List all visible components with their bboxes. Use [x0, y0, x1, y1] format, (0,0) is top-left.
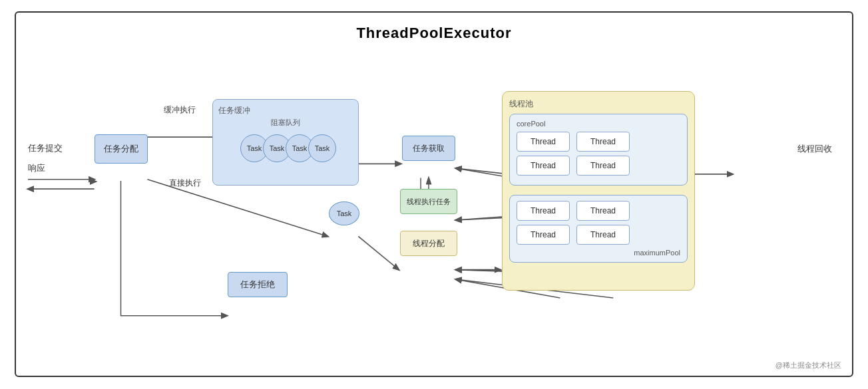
svg-line-5: [358, 237, 399, 270]
max-thread-row-2: Thread Thread: [517, 225, 680, 245]
max-thread-3: Thread: [517, 225, 570, 245]
core-thread-3: Thread: [517, 156, 570, 176]
core-thread-1: Thread: [517, 132, 570, 152]
thread-execute-box: 线程执行任务: [400, 189, 457, 214]
core-thread-row-2: Thread Thread: [517, 156, 680, 176]
core-thread-4: Thread: [576, 156, 630, 176]
task-reject-box: 任务拒绝: [228, 272, 288, 297]
core-pool-label: corePool: [517, 120, 680, 128]
core-thread-2: Thread: [576, 132, 630, 152]
task-buffer-area: 任务缓冲 阻塞队列 Task Task Task Task: [212, 99, 359, 186]
thread-recycle-label: 线程回收: [797, 143, 832, 155]
max-thread-1: Thread: [517, 201, 570, 221]
task-circle-4: Task: [308, 134, 336, 162]
blocking-queue-label: 阻塞队列: [218, 118, 353, 128]
max-pool-label: maximumPool: [517, 249, 680, 257]
max-thread-row-1: Thread Thread: [517, 201, 680, 221]
diagram-title: ThreadPoolExecutor: [16, 13, 852, 49]
buffer-execute-label: 缓冲执行: [164, 104, 196, 116]
task-standalone: Task: [329, 201, 359, 225]
max-thread-4: Thread: [576, 225, 630, 245]
thread-pool-outer: 线程池 corePool Thread Thread Thread Thread…: [502, 91, 695, 291]
buffer-label: 任务缓冲: [218, 105, 353, 116]
direct-execute-label: 直接执行: [169, 178, 201, 189]
max-thread-2: Thread: [576, 201, 630, 221]
max-pool-box: Thread Thread Thread Thread maximumPool: [509, 195, 688, 263]
watermark: @稀土掘金技术社区: [775, 360, 841, 370]
task-acquire-box: 任务获取: [402, 136, 455, 161]
main-container: ThreadPoolExecutor: [15, 11, 853, 377]
task-distribute-box: 任务分配: [95, 134, 148, 164]
thread-distribute-box: 线程分配: [400, 231, 457, 256]
pool-label: 线程池: [509, 98, 688, 110]
core-thread-row-1: Thread Thread: [517, 132, 680, 152]
response-label: 响应: [28, 162, 45, 174]
core-pool-box: corePool Thread Thread Thread Thread: [509, 114, 688, 186]
task-circles: Task Task Task Task: [218, 134, 353, 162]
task-submit-label: 任务提交: [28, 142, 63, 154]
